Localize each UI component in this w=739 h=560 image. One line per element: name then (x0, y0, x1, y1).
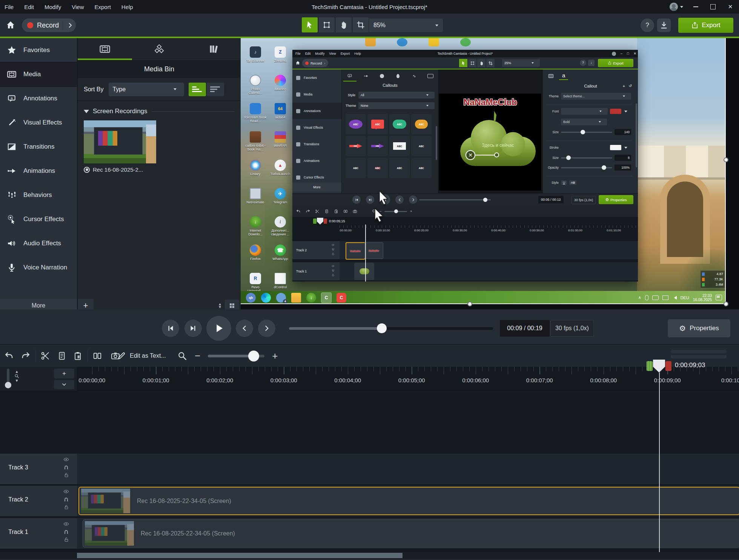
eye-icon[interactable] (63, 457, 69, 462)
timeline-ruler[interactable]: 0:00:00;000:00:01;000:00:02;000:00:03;00… (77, 367, 739, 391)
desktop-icon[interactable]: ▲ TurboLaunch (269, 160, 292, 188)
desktop-icon[interactable]: Listary (244, 160, 267, 188)
sidebar-item[interactable]: Animations (0, 159, 77, 183)
eye-icon[interactable] (63, 521, 69, 527)
pan-tool-button[interactable] (336, 17, 352, 32)
split-button[interactable] (89, 348, 106, 364)
sidebar-item[interactable]: Voice Narration (0, 255, 77, 280)
track-header[interactable]: Track 2 (0, 486, 77, 516)
desktop-icon[interactable]: ✈ Telegram (269, 188, 292, 216)
screen-recordings-section[interactable]: Screen Recordings (84, 108, 235, 115)
desktop-icon[interactable]: ♪ TagScanner (244, 46, 267, 75)
sidebar-item[interactable]: Audio Effects (0, 231, 77, 255)
step-forward-button[interactable] (184, 320, 202, 337)
recording-card[interactable]: Rec 16-08-2025-2... (84, 120, 156, 173)
resize-handle-right[interactable] (724, 157, 728, 162)
menu-item[interactable]: Edit (24, 4, 34, 10)
sidebar-item[interactable]: Visual Effects (0, 111, 77, 135)
select-tool-button[interactable] (302, 17, 318, 32)
download-button[interactable] (657, 18, 671, 32)
avatar-caret-icon[interactable] (680, 6, 683, 8)
menu-item[interactable]: Modify (45, 4, 61, 10)
timeline-clip[interactable]: Rec 16-08-2025-22-34-05 (Screen) (78, 487, 739, 515)
desktop-icon[interactable]: Firefox (244, 245, 267, 273)
lock-icon[interactable] (64, 505, 69, 510)
menu-item[interactable]: View (72, 4, 84, 10)
playhead-out-handle[interactable] (665, 361, 671, 371)
crop-tool-button[interactable] (353, 17, 369, 32)
magnet-icon[interactable] (63, 465, 69, 470)
canvas-zoom-select[interactable]: 85% (369, 18, 443, 32)
zoom-slider-thumb[interactable] (248, 351, 259, 362)
properties-button[interactable]: ⚙ Properties (668, 319, 730, 337)
track-zoom-icon[interactable]: ▲▼ (14, 370, 19, 382)
sort-select[interactable]: Type (109, 83, 184, 96)
recorded-screen-clip[interactable]: ♪ TagScanner Photo Calend... Icecream bo… (241, 38, 726, 304)
minimize-button[interactable] (687, 0, 704, 14)
timeline-scroll-pills[interactable] (671, 350, 727, 360)
menu-item[interactable]: Export (94, 4, 111, 10)
chevron-right-icon[interactable] (67, 22, 74, 29)
magnet-icon[interactable] (63, 497, 69, 502)
track-lane[interactable]: Rec 16-08-2025-22-34-05 (Screen) (77, 518, 739, 549)
tab-media-bin[interactable] (78, 38, 132, 60)
sort-descending-button[interactable] (207, 83, 224, 96)
scrollbar-thumb[interactable] (77, 553, 403, 558)
timeline-zoom-slider[interactable] (208, 355, 264, 357)
transform-tool-button[interactable] (319, 17, 335, 32)
lock-icon[interactable] (64, 472, 69, 478)
step-back-button[interactable] (162, 320, 179, 337)
track-height-slider[interactable] (7, 369, 9, 388)
desktop-icon[interactable]: ☎ WhatsApp (269, 245, 292, 273)
collapse-tracks-button[interactable] (54, 380, 74, 389)
undo-button[interactable] (1, 348, 17, 364)
maximize-button[interactable] (704, 0, 722, 14)
eye-icon[interactable] (63, 489, 69, 494)
desktop-icon[interactable]: Icecream book Read... (244, 103, 267, 131)
sidebar-item[interactable]: Annotations (0, 86, 77, 111)
resize-handle-bottom[interactable] (467, 302, 472, 306)
resize-arrows-icon[interactable]: ▲▼ (218, 303, 222, 309)
sidebar-item[interactable]: Favorites (0, 38, 77, 62)
playhead[interactable]: 0:00:09;03 (647, 360, 705, 372)
sidebar-item[interactable]: Behaviors (0, 183, 77, 207)
canvas-stage[interactable]: ♪ TagScanner Photo Calend... Icecream bo… (241, 38, 739, 309)
lock-icon[interactable] (64, 537, 69, 542)
scrubber-thumb[interactable] (377, 323, 387, 333)
desktop-icon[interactable]: ↓ Internet Downlo... (244, 216, 267, 245)
playhead-marker[interactable] (653, 360, 665, 372)
desktop-icon[interactable]: NetAnimate (244, 188, 267, 216)
paste-button[interactable] (69, 348, 86, 364)
playhead-in-handle[interactable] (647, 361, 653, 371)
copy-button[interactable] (54, 348, 70, 364)
user-avatar[interactable] (670, 3, 678, 11)
desktop-icon[interactable]: Photo Calend... (244, 75, 267, 103)
track-row[interactable]: Track 2 Rec 16-08-2025-22-34-05 (Screen) (0, 486, 739, 516)
previous-button[interactable] (236, 320, 253, 337)
desktop-icon[interactable]: calibre 64bit - book ma... (244, 131, 267, 160)
sidebar-item[interactable]: Transitions (0, 135, 77, 159)
zoom-out-button[interactable]: − (195, 351, 200, 361)
menu-item[interactable]: Help (121, 4, 133, 10)
close-button[interactable]: ✕ (722, 0, 739, 14)
playback-scrubber[interactable] (289, 327, 493, 330)
next-button[interactable] (258, 320, 275, 337)
desktop-icon[interactable]: Z Zentimo (269, 46, 292, 75)
sort-ascending-button[interactable] (189, 83, 206, 96)
magnet-icon[interactable] (63, 529, 69, 535)
help-button[interactable]: ? (641, 18, 654, 32)
timeline-horizontal-scrollbar[interactable] (0, 552, 739, 559)
edit-as-text-button[interactable]: Edit as Text... (112, 348, 171, 364)
desktop-icon[interactable]: iMazing (269, 75, 292, 103)
track-lane[interactable]: Rec 16-08-2025-22-34-05 (Screen) (77, 486, 739, 516)
desktop-icon[interactable]: WinRAR (269, 131, 292, 160)
zoom-in-button[interactable]: + (272, 351, 278, 361)
desktop-icon[interactable]: i Дополнит... сведения ... (269, 216, 292, 245)
sidebar-item[interactable]: Cursor Effects (0, 207, 77, 231)
cut-button[interactable] (37, 348, 54, 364)
track-lane[interactable] (77, 454, 739, 484)
sidebar-item[interactable]: Media (0, 62, 77, 86)
tab-library[interactable] (186, 38, 241, 60)
play-button[interactable] (206, 316, 231, 341)
track-header[interactable]: Track 3 (0, 454, 77, 484)
